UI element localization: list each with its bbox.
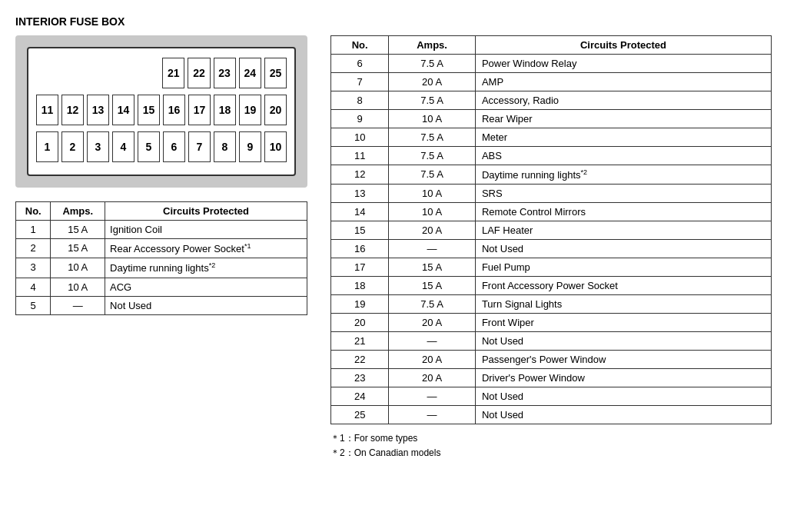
right-cell-no: 21 — [331, 332, 389, 351]
left-table-row: 310 ADaytime running lights*2 — [16, 258, 307, 278]
right-cell-circuit: Front Wiper — [475, 314, 771, 332]
fuse-box-diagram: 21 22 23 24 25 11 12 13 14 15 16 17 18 1… — [15, 35, 307, 188]
fuse-cell-18: 18 — [214, 95, 236, 125]
right-table-row: 197.5 ATurn Signal Lights — [331, 295, 772, 314]
right-cell-amps: 7.5 A — [389, 295, 476, 314]
right-cell-amps: 7.5 A — [389, 55, 476, 73]
left-cell-no: 1 — [16, 221, 51, 239]
fuse-empty — [112, 58, 134, 88]
right-table-row: 21—Not Used — [331, 332, 772, 351]
fuse-cell-20: 20 — [264, 95, 287, 125]
left-cell-amps: 10 A — [51, 258, 105, 278]
right-cell-circuit: Meter — [475, 128, 771, 147]
right-cell-no: 20 — [331, 314, 389, 332]
right-cell-circuit: Power Window Relay — [475, 55, 771, 73]
right-cell-amps: — — [389, 406, 476, 424]
right-cell-amps: 20 A — [389, 73, 476, 91]
right-cell-circuit: Not Used — [475, 387, 771, 406]
right-cell-circuit: Passenger's Power Window — [475, 351, 771, 369]
right-cell-circuit: Turn Signal Lights — [475, 295, 771, 314]
right-cell-no: 7 — [331, 73, 389, 91]
right-table-row: 2220 APassenger's Power Window — [331, 351, 772, 369]
fuse-cell-6: 6 — [163, 131, 185, 162]
left-cell-circuit: Ignition Coil — [105, 221, 307, 239]
right-cell-no: 25 — [331, 406, 389, 424]
right-cell-no: 14 — [331, 203, 389, 221]
left-cell-circuit: ACG — [105, 278, 307, 296]
right-table-header-amps: Amps. — [389, 36, 476, 55]
right-cell-no: 24 — [331, 387, 389, 406]
right-cell-amps: 7.5 A — [389, 128, 476, 147]
right-cell-amps: 10 A — [389, 110, 476, 128]
fuse-empty — [61, 58, 84, 88]
right-table-row: 24—Not Used — [331, 387, 772, 406]
left-cell-no: 3 — [16, 258, 51, 278]
right-cell-amps: — — [389, 240, 476, 258]
right-cell-circuit: Daytime running lights*2 — [475, 165, 771, 185]
fuse-cell-8: 8 — [214, 131, 236, 162]
right-cell-amps: 10 A — [389, 203, 476, 221]
right-cell-no: 9 — [331, 110, 389, 128]
footnotes: ＊1：For some types＊2：On Canadian models — [330, 432, 772, 460]
right-table-row: 16—Not Used — [331, 240, 772, 258]
right-cell-circuit: Not Used — [475, 332, 771, 351]
left-table-header-amps: Amps. — [51, 202, 105, 221]
left-cell-no: 5 — [16, 296, 51, 314]
right-cell-amps: 7.5 A — [389, 165, 476, 185]
fuse-cell-17: 17 — [188, 95, 211, 125]
left-cell-amps: — — [51, 296, 105, 314]
right-cell-circuit: Front Accessory Power Socket — [475, 277, 771, 295]
right-table-row: 87.5 AAccessory, Radio — [331, 91, 772, 110]
right-table-header-circuits: Circuits Protected — [475, 36, 771, 55]
left-table-header-no: No. — [16, 202, 51, 221]
fuse-cell-22: 22 — [188, 58, 210, 88]
right-cell-circuit: Remote Control Mirrors — [475, 203, 771, 221]
fuse-cell-13: 13 — [87, 95, 109, 125]
fuse-cell-2: 2 — [61, 131, 84, 162]
right-cell-amps: 20 A — [389, 221, 476, 240]
right-cell-no: 15 — [331, 221, 389, 240]
right-fuse-table: No. Amps. Circuits Protected 67.5 APower… — [330, 35, 772, 424]
fuse-empty — [137, 58, 159, 88]
right-cell-circuit: ABS — [475, 147, 771, 165]
left-fuse-table: No. Amps. Circuits Protected 115 AIgniti… — [15, 201, 307, 315]
right-cell-amps: 15 A — [389, 258, 476, 277]
right-table-row: 25—Not Used — [331, 406, 772, 424]
right-table-row: 107.5 AMeter — [331, 128, 772, 147]
fuse-box-inner: 21 22 23 24 25 11 12 13 14 15 16 17 18 1… — [27, 47, 296, 176]
right-cell-no: 18 — [331, 277, 389, 295]
right-cell-no: 17 — [331, 258, 389, 277]
left-cell-no: 4 — [16, 278, 51, 296]
fuse-empty — [87, 58, 109, 88]
fuse-row-top: 21 22 23 24 25 — [35, 56, 288, 90]
right-cell-no: 13 — [331, 185, 389, 203]
right-table-row: 2320 ADriver's Power Window — [331, 369, 772, 387]
right-cell-circuit: AMP — [475, 73, 771, 91]
right-cell-no: 22 — [331, 351, 389, 369]
right-cell-no: 10 — [331, 128, 389, 147]
right-table-row: 1520 ALAF Heater — [331, 221, 772, 240]
right-cell-amps: — — [389, 387, 476, 406]
left-cell-amps: 10 A — [51, 278, 105, 296]
footnote-item: ＊1：For some types — [330, 432, 772, 445]
fuse-cell-24: 24 — [239, 58, 261, 88]
fuse-cell-19: 19 — [239, 95, 261, 125]
right-table-row: 720 AAMP — [331, 73, 772, 91]
right-cell-amps: 20 A — [389, 314, 476, 332]
right-cell-circuit: Fuel Pump — [475, 258, 771, 277]
right-cell-amps: 7.5 A — [389, 91, 476, 110]
fuse-empty — [36, 58, 58, 88]
right-table-row: 67.5 APower Window Relay — [331, 55, 772, 73]
fuse-cell-14: 14 — [112, 95, 134, 125]
right-cell-amps: 7.5 A — [389, 147, 476, 165]
fuse-cell-7: 7 — [188, 131, 211, 162]
right-table-row: 1815 AFront Accessory Power Socket — [331, 277, 772, 295]
fuse-cell-12: 12 — [61, 95, 84, 125]
fuse-cell-10: 10 — [264, 131, 287, 162]
right-cell-circuit: Accessory, Radio — [475, 91, 771, 110]
left-table-row: 410 AACG — [16, 278, 307, 296]
right-cell-circuit: Not Used — [475, 406, 771, 424]
left-cell-circuit: Daytime running lights*2 — [105, 258, 307, 278]
right-cell-no: 11 — [331, 147, 389, 165]
left-table-header-circuits: Circuits Protected — [105, 202, 307, 221]
